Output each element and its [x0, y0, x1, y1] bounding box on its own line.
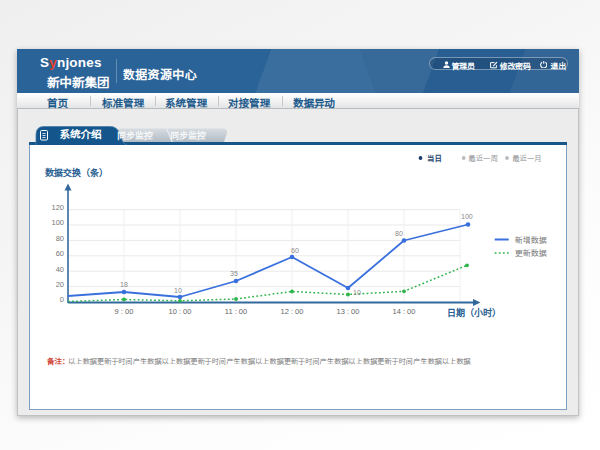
svg-text:日​期​（​小​时​）: 日​期​（​小​时​） — [447, 307, 501, 318]
svg-text:同​步​监​控: 同​步​监​控 — [117, 130, 153, 141]
svg-text:60: 60 — [291, 247, 299, 254]
svg-text:100: 100 — [51, 218, 64, 227]
svg-text:系​统​介​绍: 系​统​介​绍 — [60, 128, 102, 140]
svg-text:11 : 00: 11 : 00 — [225, 307, 247, 316]
svg-text:18: 18 — [120, 281, 128, 288]
svg-text:13 : 00: 13 : 00 — [337, 307, 360, 316]
svg-text:备​注​：: 备​注​： — [46, 357, 70, 366]
svg-text:120: 120 — [51, 203, 64, 212]
svg-text:35: 35 — [230, 270, 238, 277]
svg-text:0: 0 — [60, 295, 64, 304]
svg-text:20: 20 — [56, 280, 64, 289]
svg-text:数​据​交​换​（​条​）: 数​据​交​换​（​条​） — [44, 167, 108, 178]
svg-text:10 : 00: 10 : 00 — [169, 307, 192, 316]
svg-text:60: 60 — [56, 249, 64, 258]
svg-text:80: 80 — [395, 230, 403, 237]
svg-text:10: 10 — [174, 287, 182, 294]
svg-text:100: 100 — [461, 213, 473, 220]
svg-text:新​增​数​据: 新​增​数​据 — [515, 235, 547, 245]
svg-text:当​日: 当​日 — [427, 154, 442, 163]
svg-text:40: 40 — [56, 265, 64, 274]
svg-text:80: 80 — [56, 234, 64, 243]
svg-text:最​近​一​周: 最​近​一​周 — [468, 154, 498, 163]
svg-text:最​近​一​月: 最​近​一​月 — [512, 154, 542, 163]
svg-text:以​上​数​据​更​新​于​时​间​产​生​数​据​以​上​: 以​上​数​据​更​新​于​时​间​产​生​数​据​以​上​数​据​更​新​于​… — [68, 357, 471, 366]
svg-text:同​步​监​控: 同​步​监​控 — [170, 130, 206, 141]
svg-text:12 : 00: 12 : 00 — [281, 307, 304, 316]
svg-text:10: 10 — [353, 289, 361, 296]
svg-text:更​新​数​据: 更​新​数​据 — [515, 249, 547, 258]
svg-text:14 : 00: 14 : 00 — [393, 307, 416, 316]
svg-text:9 : 00: 9 : 00 — [115, 307, 134, 316]
